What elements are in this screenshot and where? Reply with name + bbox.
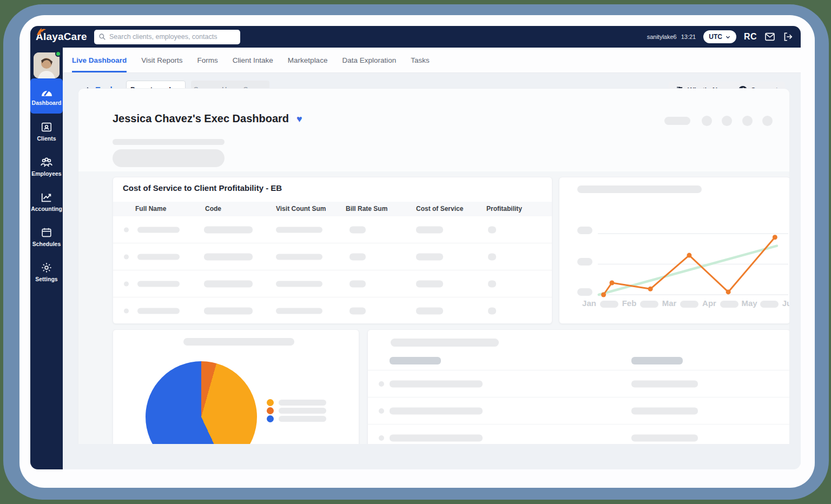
skeleton-description-pill [113, 149, 225, 167]
x-tick-label: Mar [662, 299, 677, 308]
skeleton-x-tick [680, 301, 698, 308]
skeleton-column-header [390, 357, 441, 364]
tab-marketplace[interactable]: Marketplace [288, 48, 328, 72]
chevron-down-icon [725, 34, 731, 40]
x-tick-label: Jun [782, 299, 790, 308]
user-avatar[interactable] [34, 52, 60, 78]
skeleton-action-button [762, 116, 773, 126]
column-header[interactable]: Code [205, 202, 221, 216]
column-header[interactable]: Cost of Service [416, 202, 463, 216]
tab-forms[interactable]: Forms [197, 48, 218, 72]
sidebar-label: Schedules [32, 241, 61, 247]
line-chart-plot [598, 177, 788, 313]
search-input[interactable] [109, 33, 228, 41]
column-header[interactable]: Visit Count Sum [276, 202, 326, 216]
sidebar-label: Accounting [31, 205, 62, 212]
skeleton-y-tick [577, 288, 592, 296]
logo-bird-icon [35, 26, 49, 37]
username-label: sanitylake6 [647, 34, 677, 40]
legend-color-dot [267, 399, 274, 406]
sidebar-item-employees[interactable]: Employees [30, 149, 63, 184]
browser-window: AlayaCare sanitylake6 13:21 UTC RC [19, 15, 815, 488]
messages-icon[interactable] [764, 32, 775, 41]
search-icon [98, 33, 106, 41]
tab-client-intake[interactable]: Client Intake [233, 48, 273, 72]
sidebar-label: Dashboard [32, 100, 62, 106]
logout-icon[interactable] [783, 32, 793, 42]
skeleton-action-button [702, 116, 712, 126]
skeleton-legend-label [279, 408, 326, 414]
sidebar-item-dashboard[interactable]: Dashboard [30, 78, 63, 114]
list-header-row [368, 352, 790, 370]
sidebar-label: Clients [37, 135, 56, 142]
x-tick-label: May [741, 299, 757, 308]
dashboard-gauge-icon [41, 87, 53, 97]
list-row-skeleton [368, 370, 790, 397]
skeleton-column-header [631, 357, 683, 364]
cost-of-service-table-widget: Cost of Service to Client Profitability … [113, 177, 552, 324]
column-header[interactable]: Full Name [135, 202, 166, 216]
sidebar-item-schedules[interactable]: Schedules [30, 219, 63, 254]
dashboard-card: Jessica Chavez's Exec Dashboard ♥ Cost o… [78, 88, 790, 444]
table-header-row: Full Name Code Visit Count Sum Bill Rate… [113, 202, 552, 216]
sidebar-label: Settings [35, 276, 57, 282]
table-title: Cost of Service to Client Profitability … [123, 183, 282, 193]
global-search[interactable] [94, 30, 240, 44]
avatar-photo [34, 52, 60, 78]
skeleton-y-tick [577, 227, 592, 234]
table-row-skeleton [113, 216, 552, 243]
column-header[interactable]: Bill Rate Sum [346, 202, 387, 216]
tab-tasks[interactable]: Tasks [411, 48, 430, 72]
timezone-selector[interactable]: UTC [703, 30, 736, 43]
x-axis-labels: Jan Feb Mar Apr May Jun [559, 299, 790, 313]
table-row-skeleton [113, 297, 552, 324]
distribution-pie-widget [113, 329, 359, 444]
skeleton-y-tick [577, 258, 592, 266]
app-root: AlayaCare sanitylake6 13:21 UTC RC [30, 26, 801, 469]
legend-color-dot [267, 407, 274, 414]
favorite-heart-icon[interactable]: ♥ [296, 114, 302, 124]
column-header[interactable]: Profitability [486, 202, 522, 216]
tab-data-exploration[interactable]: Data Exploration [342, 48, 396, 72]
skeleton-subtitle-line [113, 139, 225, 145]
calendar-icon [41, 227, 52, 238]
legend-item [267, 399, 326, 406]
skeleton-action-button [722, 116, 732, 126]
legend-item [267, 415, 326, 422]
x-tick-label: Apr [702, 299, 716, 308]
skeleton-x-tick [720, 301, 738, 308]
skeleton-chart-title [183, 338, 294, 346]
tab-visit-reports[interactable]: Visit Reports [141, 48, 182, 72]
sidebar-item-accounting[interactable]: Accounting [30, 184, 63, 219]
gear-icon [41, 262, 52, 274]
desktop-background: AlayaCare sanitylake6 13:21 UTC RC [0, 0, 831, 504]
sidebar-label: Employees [31, 170, 61, 177]
skeleton-legend-label [279, 416, 326, 422]
x-tick-label: Jan [582, 299, 596, 308]
list-row-skeleton [368, 425, 790, 444]
trend-line-chart-widget: Jan Feb Mar Apr May Jun [559, 177, 790, 324]
client-card-icon [41, 121, 52, 133]
skeleton-x-tick [640, 301, 658, 308]
skeleton-chart-title [391, 339, 499, 347]
skeleton-legend-label [279, 400, 326, 406]
sidebar-item-settings[interactable]: Settings [30, 254, 63, 289]
bottom-list-widget [367, 329, 790, 444]
chart-growth-icon [41, 191, 52, 203]
legend-item [267, 407, 326, 414]
sidebar-item-clients[interactable]: Clients [30, 114, 63, 149]
tab-live-dashboard[interactable]: Live Dashboard [72, 48, 127, 72]
list-row-skeleton [368, 397, 790, 425]
x-tick-label: Feb [622, 299, 637, 308]
user-initials[interactable]: RC [744, 32, 757, 42]
main-content: Live Dashboard Visit Reports Forms Clien… [63, 48, 801, 469]
module-tab-bar: Live Dashboard Visit Reports Forms Clien… [63, 48, 801, 73]
alayacare-logo[interactable]: AlayaCare [36, 31, 93, 43]
session-info: sanitylake6 13:21 [647, 34, 696, 40]
sidebar-navigation: Dashboard Clients Employees Accounting S… [30, 48, 63, 469]
timezone-value: UTC [709, 33, 722, 41]
skeleton-header-pill [664, 117, 690, 125]
online-status-dot [55, 51, 61, 57]
time-label: 13:21 [681, 34, 696, 40]
legend-color-dot [267, 415, 274, 422]
